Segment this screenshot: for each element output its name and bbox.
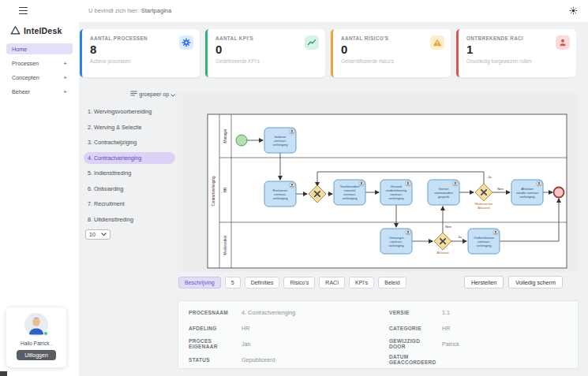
breadcrumb: U bevindt zich hier:Startpagina [88, 7, 171, 14]
svg-text:Akkoord: Akkoord [478, 206, 490, 210]
person-icon[interactable] [556, 35, 570, 50]
fullscreen-button[interactable]: Volledig scherm [508, 276, 563, 289]
process-details-panel: PROCESNAAM4. ContractverlengingAFDELINGH… [178, 300, 579, 369]
breadcrumb-prefix: U bevindt zich hier: [88, 7, 139, 14]
tab-raci[interactable]: RACI [319, 277, 345, 289]
sidebar-item-label: Concepten [12, 74, 39, 81]
svg-text:Nee: Nee [497, 187, 504, 191]
window-corner-artifact [0, 371, 7, 376]
sidebar-item-home[interactable]: Home [6, 43, 73, 54]
stat-card-title: ONTBREKENDE RACI [466, 35, 568, 41]
svg-text:Ontvangstcontract-verlenging: Ontvangstcontract-verlenging [389, 236, 405, 248]
page-size-select[interactable]: 10 [85, 229, 110, 240]
stat-card-title: AANTAL RISICO'S [341, 35, 443, 41]
restore-button[interactable]: Herstellen [464, 276, 504, 289]
sidebar-item-label: Beheer [12, 88, 30, 95]
sidebar: IntelDesk HomeProcessen+Concepten+Beheer… [0, 22, 79, 376]
tab-kpi-s[interactable]: KPI's [349, 277, 374, 289]
process-list-item-5-indiensttreding[interactable]: 5. Indiensttreding [84, 167, 175, 179]
stat-card-value: 8 [90, 43, 192, 56]
stat-card-subtitle: Onvolledig toegewezen rollen [466, 58, 568, 64]
stat-card-aantal-kpi-s: AANTAL KPI'S0Gedefinieerde KPI's [205, 29, 325, 77]
svg-text:Manager: Manager [223, 128, 227, 143]
detail-row-gewijzigd-door: GEWIJZIGD DOORPatrick [379, 336, 579, 352]
detail-value: HR [432, 325, 450, 332]
stat-card-subtitle: Actieve processen [90, 58, 192, 64]
tab-risico-s[interactable]: Risico's [283, 277, 315, 289]
bpmn-diagram-canvas[interactable]: ManagerHRMedewerkerContractverlengingNee… [178, 93, 579, 272]
tab-definities[interactable]: Definities [245, 277, 280, 289]
expand-plus-icon[interactable]: + [63, 88, 67, 95]
details-column-left: PROCESNAAM4. ContractverlengingAFDELINGH… [178, 304, 379, 368]
line-chart-icon[interactable] [305, 35, 319, 50]
stat-card-aantal-processen: AANTAL PROCESSEN8Actieve processen [80, 29, 200, 77]
stat-card-value: 1 [466, 43, 568, 56]
process-list-item-6-onboarding[interactable]: 6. Onboarding [84, 183, 175, 195]
detail-row-proces-eigenaar: PROCES EIGENAARJan [178, 336, 379, 352]
stat-card-ontbrekende-raci: ONTBREKENDE RACI1Onvolledig toegewezen r… [456, 29, 576, 77]
stat-card-value: 0 [341, 43, 443, 56]
detail-value: HR [231, 325, 249, 332]
svg-text:Initiërencontract-verlenging: Initiërencontract-verlenging [273, 135, 289, 147]
process-list-item-8-uitdiensttreding[interactable]: 8. Uitdiensttreding [84, 214, 175, 225]
detail-label: VERSIE [379, 310, 432, 315]
stat-card-subtitle: Geïdentificeerde risico's [341, 58, 443, 64]
process-list-item-3-contractwijziging[interactable]: 3. Contractwijziging [84, 136, 175, 148]
sidebar-item-processen[interactable]: Processen+ [6, 58, 73, 69]
svg-text:Nee: Nee [445, 225, 451, 229]
group-list-icon [130, 90, 137, 97]
svg-text:HR: HR [223, 187, 227, 192]
process-list-item-4-contractverlenging[interactable]: 4. Contractverlenging [84, 152, 175, 164]
detail-value: Gepubliceerd [231, 356, 275, 363]
tab-5[interactable]: 5 [225, 277, 241, 289]
detail-value: 4. Contractverlenging [231, 309, 295, 316]
hamburger-menu-icon[interactable] [19, 7, 28, 14]
diagram-actions: Herstellen Volledig scherm [464, 276, 563, 289]
app-window: U bevindt zich hier:Startpagina IntelDes… [0, 0, 588, 376]
detail-value: Patrick [432, 341, 459, 348]
detail-label: GEWIJZIGD DOOR [379, 338, 432, 349]
process-list-item-2-werving-selectie[interactable]: 2. Werving & Selectie [84, 121, 175, 133]
detail-label: STATUS [178, 357, 231, 363]
logout-button[interactable]: Uitloggen [17, 350, 56, 360]
detail-row-status: STATUSGepubliceerd [178, 352, 379, 367]
sidebar-nav: HomeProcessen+Concepten+Beheer+ [6, 43, 73, 100]
theme-toggle-icon[interactable] [567, 5, 579, 16]
user-greeting: Hallo Patrick . [6, 341, 66, 346]
online-status-dot [43, 331, 48, 336]
stat-card-title: AANTAL PROCESSEN [90, 35, 192, 41]
main-content: AANTAL PROCESSEN8Actieve processenAANTAL… [79, 22, 588, 376]
tab-beleid[interactable]: Beleid [378, 277, 406, 289]
detail-label: DATUM GEACCORDEERD [379, 354, 432, 365]
detail-row-datum-geaccordeerd: DATUM GEACCORDEERD [379, 352, 579, 367]
sidebar-item-beheer[interactable]: Beheer+ [6, 86, 73, 97]
expand-plus-icon[interactable]: + [63, 74, 67, 81]
detail-row-afdeling: AFDELINGHR [178, 320, 379, 336]
sidebar-item-concepten[interactable]: Concepten+ [6, 72, 73, 83]
process-list: 1. Wervingsvoorbereiding2. Werving & Sel… [84, 106, 175, 229]
process-list-item-7-recruitment[interactable]: 7. Recruitment [84, 198, 175, 210]
warning-triangle-icon[interactable] [430, 35, 444, 50]
tabs-row: Beschrijving5DefinitiesRisico'sRACIKPI's… [178, 276, 579, 289]
triangle-logo-icon [10, 25, 21, 35]
stat-card-title: AANTAL KPI'S [215, 35, 317, 41]
detail-row-procesnaam: PROCESNAAM4. Contractverlenging [178, 304, 379, 320]
group-by-control[interactable]: groepeer op [79, 90, 175, 97]
process-list-item-1-wervingsvoorbereiding[interactable]: 1. Wervingsvoorbereiding [84, 106, 175, 117]
svg-text:Ja: Ja [488, 175, 492, 179]
brand-logo[interactable]: IntelDesk [10, 25, 62, 35]
svg-text:Medewerker: Medewerker [223, 235, 227, 255]
page-size-value: 10 [89, 232, 96, 237]
detail-row-categorie: CATEGORIEHR [379, 320, 579, 336]
details-column-right: VERSIE1.1CATEGORIEHRGEWIJZIGD DOORPatric… [379, 304, 579, 368]
expand-plus-icon[interactable]: + [63, 60, 67, 67]
sidebar-item-label: Processen [12, 60, 39, 67]
group-by-label: groepeer op [139, 91, 169, 97]
chevron-down-icon [170, 94, 175, 97]
sidebar-item-label: Home [12, 46, 27, 53]
tab-beschrijving[interactable]: Beschrijving [178, 277, 221, 289]
stat-card-value: 0 [215, 43, 317, 56]
breadcrumb-current[interactable]: Startpagina [141, 7, 171, 14]
gear-icon[interactable] [179, 35, 193, 50]
svg-text:Contractverlenging: Contractverlenging [212, 176, 215, 206]
